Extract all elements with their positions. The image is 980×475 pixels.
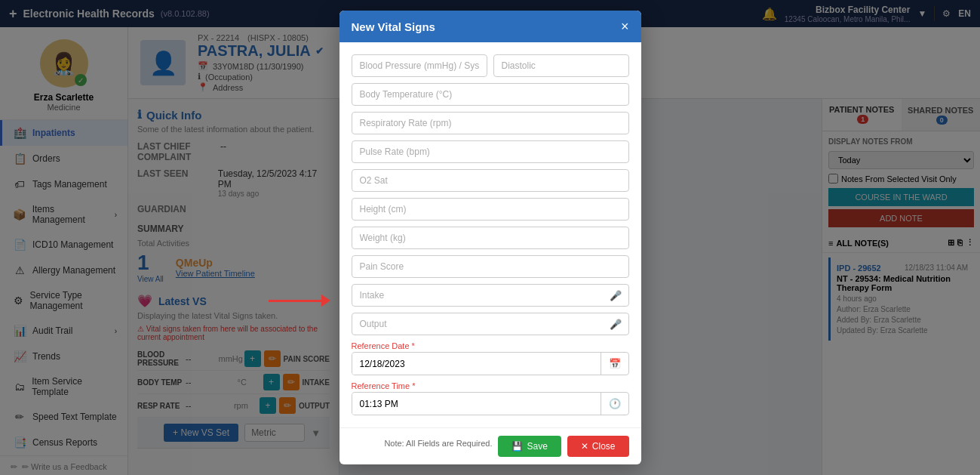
- output-field-wrapper: 🎤: [352, 313, 629, 335]
- weight-input[interactable]: [352, 227, 629, 249]
- modal-header: New Vital Signs ×: [339, 11, 641, 42]
- blood-pressure-systolic-input[interactable]: [352, 54, 487, 77]
- output-mic-icon: 🎤: [610, 319, 622, 330]
- calendar-icon[interactable]: 📅: [601, 353, 628, 375]
- height-input[interactable]: [352, 198, 629, 221]
- pain-score-input[interactable]: [352, 255, 629, 278]
- o2-sat-input[interactable]: [352, 169, 629, 192]
- modal-title: New Vital Signs: [352, 20, 435, 33]
- save-button[interactable]: 💾 Save: [498, 436, 561, 457]
- modal-note-text: Note: All Fields are Required.: [384, 436, 492, 457]
- modal-footer: Note: All Fields are Required. 💾 Save ✕ …: [339, 427, 641, 464]
- ref-date-wrapper: Reference Date * 📅: [352, 341, 629, 375]
- bp-row: [352, 54, 629, 77]
- ref-time-wrapper: Reference Time * 🕐: [352, 381, 629, 415]
- modal-overlay: New Vital Signs × 🎤 🎤: [0, 0, 980, 475]
- ref-date-label: Reference Date *: [352, 341, 629, 350]
- intake-field-wrapper: 🎤: [352, 284, 629, 307]
- intake-mic-icon: 🎤: [610, 290, 622, 301]
- new-vital-signs-modal: New Vital Signs × 🎤 🎤: [339, 11, 641, 464]
- ref-date-input[interactable]: [352, 353, 601, 375]
- arrow-line: [269, 300, 321, 302]
- diastolic-input[interactable]: [493, 54, 629, 77]
- ref-time-row: 🕐: [352, 392, 629, 415]
- output-input[interactable]: [352, 313, 629, 335]
- ref-time-label: Reference Time *: [352, 381, 629, 390]
- modal-body: 🎤 🎤 Reference Date * 📅 Reference Time *: [339, 42, 641, 427]
- arrow-head: [321, 295, 330, 307]
- intake-input[interactable]: [352, 284, 629, 307]
- close-modal-button[interactable]: ✕ Close: [567, 436, 629, 457]
- ref-date-row: 📅: [352, 352, 629, 375]
- body-temp-input[interactable]: [352, 83, 629, 106]
- pulse-rate-input[interactable]: [352, 140, 629, 163]
- save-icon: 💾: [512, 441, 523, 452]
- clock-icon[interactable]: 🕐: [601, 393, 628, 415]
- ref-time-input[interactable]: [352, 393, 601, 415]
- modal-close-x-button[interactable]: ×: [621, 20, 629, 33]
- resp-rate-input[interactable]: [352, 112, 629, 134]
- close-icon: ✕: [581, 441, 588, 452]
- arrow-indicator: [269, 295, 330, 307]
